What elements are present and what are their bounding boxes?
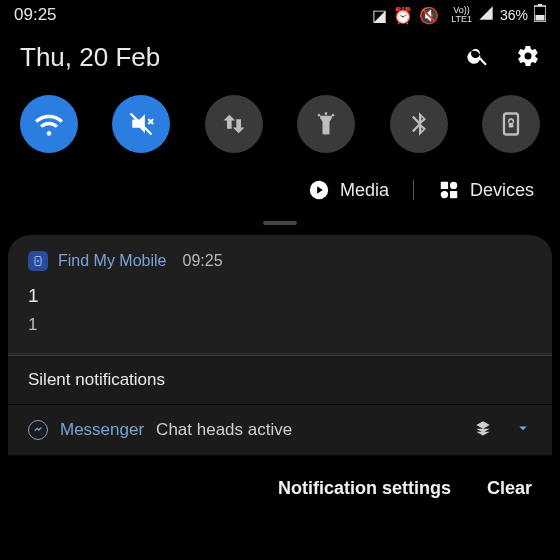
network-label: Vo))LTE1 — [451, 6, 472, 24]
qs-flashlight[interactable] — [297, 95, 355, 153]
footer-row: Notification settings Clear — [0, 456, 560, 499]
status-bar: 09:25 ◪ ⏰ 🔇 Vo))LTE1 36% — [0, 0, 560, 32]
svg-rect-7 — [441, 182, 448, 189]
chevron-down-icon[interactable] — [514, 419, 532, 441]
notification-settings-button[interactable]: Notification settings — [278, 478, 451, 499]
svg-point-12 — [37, 260, 39, 262]
devices-label: Devices — [470, 180, 534, 201]
silent-notification-row[interactable]: Messenger Chat heads active — [8, 405, 552, 456]
find-my-mobile-icon — [28, 251, 48, 271]
vertical-divider — [413, 180, 414, 200]
notifications-area: Find My Mobile 09:25 1 1 Silent notifica… — [0, 235, 560, 499]
panel-header: Thu, 20 Feb — [0, 32, 560, 91]
silent-message: Chat heads active — [156, 420, 292, 440]
update-icon: ◪ — [372, 6, 387, 25]
messenger-icon — [28, 420, 48, 440]
qs-bluetooth[interactable] — [390, 95, 448, 153]
qs-mobile-data[interactable] — [205, 95, 263, 153]
quick-settings-row — [0, 91, 560, 153]
notification-card[interactable]: Find My Mobile 09:25 1 1 — [8, 235, 552, 353]
search-icon[interactable] — [466, 44, 490, 72]
battery-pct: 36% — [500, 7, 528, 23]
card-body: 1 1 — [28, 271, 532, 339]
qs-wifi[interactable] — [20, 95, 78, 153]
mute-status-icon: 🔇 — [419, 6, 439, 25]
qs-portrait-lock[interactable] — [482, 95, 540, 153]
status-right: ◪ ⏰ 🔇 Vo))LTE1 36% — [372, 4, 546, 26]
signal-icon — [478, 5, 494, 25]
date-label: Thu, 20 Feb — [20, 42, 160, 73]
drag-handle[interactable] — [263, 221, 297, 225]
svg-rect-9 — [441, 191, 448, 198]
silent-section-header: Silent notifications — [8, 355, 552, 405]
svg-rect-2 — [536, 15, 545, 21]
stack-icon[interactable] — [474, 419, 492, 441]
svg-rect-8 — [450, 182, 457, 189]
card-text: 1 — [28, 311, 532, 338]
battery-icon — [534, 4, 546, 26]
card-header: Find My Mobile 09:25 — [28, 251, 532, 271]
devices-button[interactable]: Devices — [438, 179, 534, 201]
gear-icon[interactable] — [516, 44, 540, 72]
alarm-icon: ⏰ — [393, 6, 413, 25]
status-time: 09:25 — [14, 5, 57, 25]
media-label: Media — [340, 180, 389, 201]
svg-rect-5 — [509, 123, 514, 128]
media-button[interactable]: Media — [308, 179, 389, 201]
media-devices-row: Media Devices — [0, 153, 560, 211]
card-time: 09:25 — [182, 252, 222, 270]
qs-sound-mute[interactable] — [112, 95, 170, 153]
card-title: 1 — [28, 281, 532, 311]
clear-button[interactable]: Clear — [487, 478, 532, 499]
card-app-name: Find My Mobile — [58, 252, 166, 270]
silent-app-name: Messenger — [60, 420, 144, 440]
svg-rect-10 — [450, 191, 457, 198]
svg-rect-1 — [538, 4, 542, 6]
